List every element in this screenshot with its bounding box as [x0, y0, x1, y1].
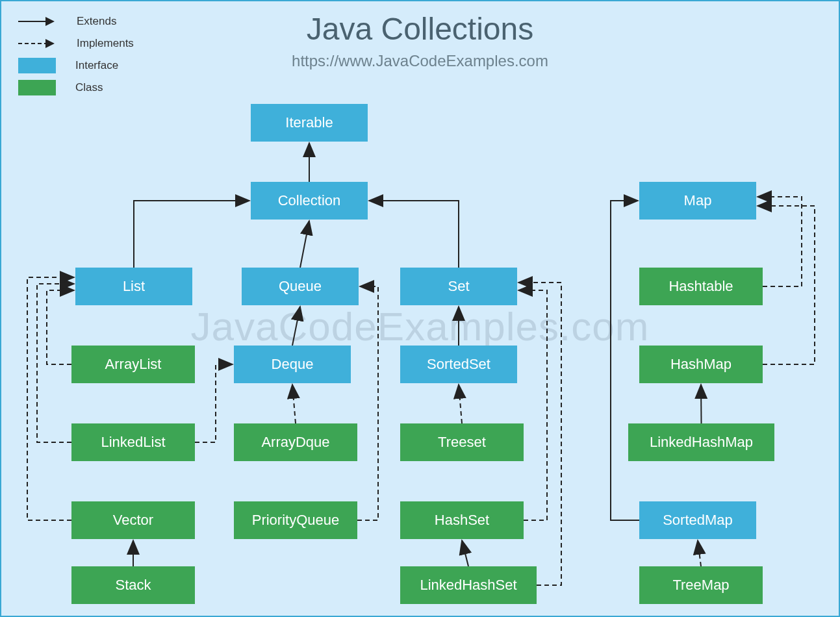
watermark-text: JavaCodeExamples.com [1, 303, 839, 349]
node-treeset: Treeset [400, 423, 524, 461]
node-hashset: HashSet [400, 501, 524, 539]
legend-interface-label: Interface [75, 59, 118, 72]
node-list: List [75, 268, 192, 305]
node-iterable: Iterable [251, 104, 368, 142]
legend-class-label: Class [75, 81, 103, 94]
node-hashmap: HashMap [639, 346, 763, 383]
interface-swatch-icon [18, 58, 56, 73]
node-linkedhashset: LinkedHashSet [400, 566, 537, 604]
node-linkedlist: LinkedList [71, 423, 195, 461]
node-sortedset: SortedSet [400, 346, 517, 383]
node-collection: Collection [251, 182, 368, 220]
node-linkedhashmap: LinkedHashMap [628, 423, 774, 461]
dashed-arrow-icon [18, 37, 57, 50]
legend: Extends Implements Interface Class [18, 13, 134, 101]
node-queue: Queue [242, 268, 359, 305]
legend-class: Class [18, 79, 134, 96]
solid-arrow-icon [18, 15, 57, 28]
legend-implements-label: Implements [77, 37, 134, 50]
legend-implements: Implements [18, 35, 134, 52]
legend-extends-label: Extends [77, 15, 116, 28]
node-map: Map [639, 182, 756, 220]
legend-interface: Interface [18, 57, 134, 74]
node-stack: Stack [71, 566, 195, 604]
legend-extends: Extends [18, 13, 134, 30]
node-priorityqueue: PriorityQueue [234, 501, 357, 539]
node-set: Set [400, 268, 517, 305]
node-vector: Vector [71, 501, 195, 539]
node-arraydeque: ArrayDque [234, 423, 357, 461]
node-treemap: TreeMap [639, 566, 763, 604]
node-deque: Deque [234, 346, 351, 383]
node-hashtable: Hashtable [639, 268, 763, 305]
class-swatch-icon [18, 80, 56, 95]
node-sortedmap: SortedMap [639, 501, 756, 539]
node-arraylist: ArrayList [71, 346, 195, 383]
